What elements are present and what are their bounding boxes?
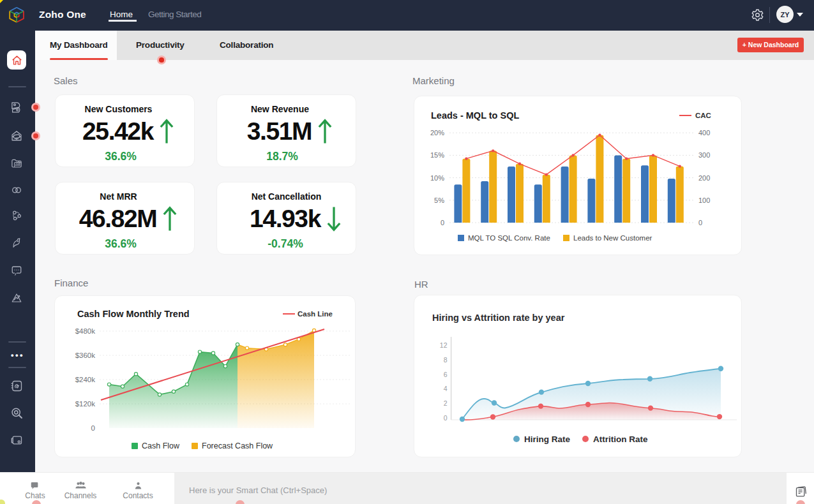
svg-text:10%: 10% <box>430 174 444 182</box>
svg-text:Forecast Cash Flow: Forecast Cash Flow <box>202 441 273 450</box>
svg-text:6: 6 <box>444 371 448 378</box>
svg-text:300: 300 <box>698 151 710 159</box>
svg-text:4: 4 <box>444 385 448 392</box>
svg-text:200: 200 <box>698 174 710 182</box>
svg-text:20%: 20% <box>430 129 444 137</box>
svg-text:8: 8 <box>444 356 448 364</box>
svg-text:15%: 15% <box>430 151 444 159</box>
svg-text:$480k: $480k <box>75 327 96 335</box>
svg-text:Leads - MQL to SQL: Leads - MQL to SQL <box>431 110 519 121</box>
svg-text:Leads to New Customer: Leads to New Customer <box>573 234 652 242</box>
svg-text:Cash Flow Monthly Trend: Cash Flow Monthly Trend <box>77 309 190 319</box>
svg-text:0: 0 <box>444 414 448 422</box>
svg-text:100: 100 <box>698 196 710 204</box>
svg-text:Hiring vs Attrition rate by ye: Hiring vs Attrition rate by year <box>432 313 565 323</box>
svg-text:0: 0 <box>91 424 95 432</box>
svg-text:Attrition Rate: Attrition Rate <box>593 434 648 444</box>
svg-text:0: 0 <box>698 219 702 226</box>
svg-text:$360k: $360k <box>75 352 96 359</box>
svg-text:MQL TO SQL Conv. Rate: MQL TO SQL Conv. Rate <box>468 234 550 242</box>
svg-text:Cash Line: Cash Line <box>298 310 333 318</box>
svg-text:400: 400 <box>698 129 710 137</box>
svg-text:$240k: $240k <box>75 376 96 383</box>
svg-text:12: 12 <box>440 341 448 349</box>
svg-text:$120k: $120k <box>75 400 96 408</box>
svg-text:0: 0 <box>441 219 444 226</box>
svg-text:Hiring Rate: Hiring Rate <box>524 434 571 444</box>
svg-text:2: 2 <box>444 399 448 407</box>
svg-text:5%: 5% <box>434 196 444 204</box>
svg-text:Cash Flow: Cash Flow <box>142 441 180 450</box>
svg-text:CAC: CAC <box>695 112 711 119</box>
